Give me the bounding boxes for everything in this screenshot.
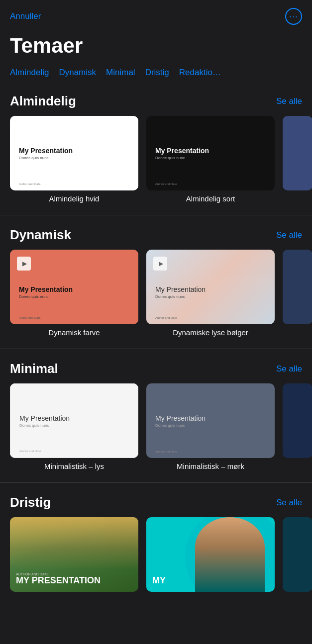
theme-label-lys: Minimalistisk – lys — [44, 462, 104, 470]
section-header-dynamisk: Dynamisk Se alle — [0, 223, 312, 250]
see-all-dristig[interactable]: Se alle — [276, 498, 302, 508]
pres-title-bolger: My Presentation — [155, 285, 266, 293]
section-title-almindelig: Almindelig — [10, 93, 76, 109]
theme-label-farve: Dynamisk farve — [48, 328, 100, 337]
section-dristig: Dristig Se alle AUTHOR AND DATE MY PRESE… — [0, 487, 312, 600]
see-all-minimal[interactable]: Se alle — [276, 364, 302, 374]
section-dynamisk: Dynamisk Se alle My Presentation Donec q… — [0, 219, 312, 345]
pres-title-sort: My Presentation — [155, 147, 266, 155]
pres-title-lys: My Presentation — [19, 414, 129, 422]
theme-card-dristig-2[interactable]: MY — [146, 517, 275, 592]
pres-author-lys: Author and Date — [19, 450, 41, 453]
filter-tab-dynamisk[interactable]: Dynamisk — [59, 68, 96, 78]
section-title-minimal: Minimal — [10, 361, 58, 376]
theme-thumbnail-sort: My Presentation Donec quis nunc Author a… — [146, 116, 275, 190]
pres-sub-lys: Donec quis nunc — [19, 423, 129, 428]
filter-tabs: Almindelig Dynamisk Minimal Dristig Reda… — [0, 66, 312, 86]
pres-sub-sort: Donec quis nunc — [155, 156, 266, 160]
theme-thumbnail-farve: My Presentation Donec quis nunc Author a… — [10, 250, 138, 324]
section-almindelig: Almindelig Se alle My Presentation Donec… — [0, 86, 312, 211]
theme-thumbnail-bolger: My Presentation Donec quis nunc Author a… — [146, 250, 275, 324]
theme-card-sort[interactable]: My Presentation Donec quis nunc Author a… — [146, 116, 275, 203]
filter-tab-minimal[interactable]: Minimal — [106, 68, 135, 78]
theme-card-lys[interactable]: My Presentation Donec quis nunc Author a… — [10, 383, 138, 470]
see-all-dynamisk[interactable]: Se alle — [276, 230, 302, 240]
pres-sub-bolger: Donec quis nunc — [155, 294, 266, 299]
filter-tab-almindelig[interactable]: Almindelig — [10, 68, 49, 78]
more-options-button[interactable]: ··· — [285, 8, 302, 25]
theme-card-dristig-1[interactable]: AUTHOR AND DATE MY PRESENTATION — [10, 517, 138, 592]
page-title: Temaer — [0, 29, 312, 66]
pres-author-farve: Author and Date — [19, 316, 41, 319]
divider-3 — [0, 482, 312, 483]
divider-2 — [0, 349, 312, 349]
theme-label-bolger: Dynamiske lyse bølger — [173, 328, 248, 337]
pres-author-hvid: Author and Date — [19, 183, 41, 185]
section-title-dynamisk: Dynamisk — [10, 227, 71, 243]
theme-card-farve[interactable]: My Presentation Donec quis nunc Author a… — [10, 250, 138, 337]
pres-title-hvid: My Presentation — [19, 147, 129, 155]
filter-tab-dristig[interactable]: Dristig — [145, 68, 169, 78]
pres-title-farve: My Presentation — [19, 285, 129, 293]
theme-thumbnail-mork: My Presentation Donec quis nunc Author a… — [146, 383, 275, 458]
pres-sub-hvid: Donec quis nunc — [19, 156, 129, 160]
section-title-dristig: Dristig — [10, 495, 51, 510]
theme-partial-dynamisk — [283, 250, 312, 324]
pres-author-mork: Author and Date — [155, 450, 177, 453]
section-minimal: Minimal Se alle My Presentation Donec qu… — [0, 353, 312, 478]
theme-thumbnail-dristig-2: MY — [146, 517, 275, 592]
pres-author-bolger: Author and Date — [155, 316, 177, 319]
pres-sub-mork: Donec quis nunc — [155, 423, 266, 428]
theme-label-sort: Almindelig sort — [186, 194, 235, 203]
section-header-dristig: Dristig Se alle — [0, 491, 312, 517]
more-icon: ··· — [289, 12, 298, 21]
header: Annuller ··· — [0, 0, 312, 29]
see-all-almindelig[interactable]: Se alle — [276, 96, 302, 106]
theme-partial-third — [283, 116, 312, 190]
theme-row-almindelig: My Presentation Donec quis nunc Author a… — [0, 116, 312, 203]
theme-partial-dristig — [283, 517, 312, 592]
theme-row-minimal: My Presentation Donec quis nunc Author a… — [0, 383, 312, 470]
cancel-button[interactable]: Annuller — [10, 11, 41, 21]
pres-title-dristig-1: MY PRESENTATION — [16, 576, 132, 586]
theme-card-hvid[interactable]: My Presentation Donec quis nunc Author a… — [10, 116, 138, 203]
pres-author-sort: Author and Date — [155, 183, 177, 185]
theme-row-dynamisk: My Presentation Donec quis nunc Author a… — [0, 250, 312, 337]
theme-thumbnail-lys: My Presentation Donec quis nunc Author a… — [10, 383, 138, 458]
theme-thumbnail-hvid: My Presentation Donec quis nunc Author a… — [10, 116, 138, 190]
section-header-almindelig: Almindelig Se alle — [0, 90, 312, 116]
theme-card-mork[interactable]: My Presentation Donec quis nunc Author a… — [146, 383, 275, 470]
play-icon-bolger — [153, 257, 167, 271]
theme-card-bolger[interactable]: My Presentation Donec quis nunc Author a… — [146, 250, 275, 337]
theme-thumbnail-dristig-1: AUTHOR AND DATE MY PRESENTATION — [10, 517, 138, 592]
theme-label-mork: Minimalistisk – mørk — [177, 462, 244, 470]
pres-sub-farve: Donec quis nunc — [19, 294, 129, 299]
filter-tab-redaktionel[interactable]: Redaktio… — [179, 68, 221, 78]
theme-row-dristig: AUTHOR AND DATE MY PRESENTATION MY — [0, 517, 312, 592]
theme-partial-minimal — [283, 383, 312, 458]
section-header-minimal: Minimal Se alle — [0, 357, 312, 383]
divider-1 — [0, 215, 312, 215]
pres-title-mork: My Presentation — [155, 414, 266, 422]
play-icon-farve — [17, 257, 31, 271]
theme-label-hvid: Almindelig hvid — [49, 194, 100, 203]
pres-title-dristig-2: MY — [152, 575, 166, 586]
